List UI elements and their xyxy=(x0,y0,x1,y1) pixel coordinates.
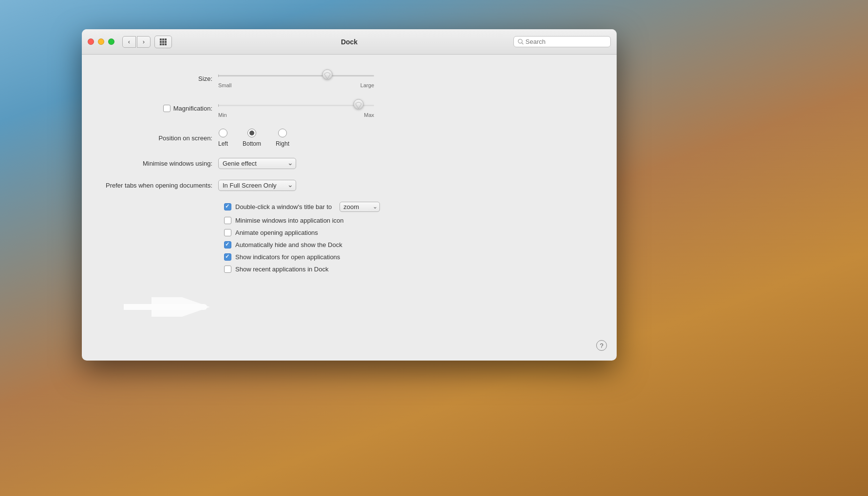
traffic-lights xyxy=(88,38,114,45)
svg-rect-5 xyxy=(165,41,167,43)
window-title: Dock xyxy=(341,38,358,46)
size-small-label: Small xyxy=(218,82,232,88)
magnification-setting-row: Magnification: xyxy=(101,99,597,118)
grid-button[interactable] xyxy=(154,36,172,48)
minimise-icon-label: Minimise windows into application icon xyxy=(235,217,344,224)
svg-rect-1 xyxy=(162,38,164,40)
double-click-action-wrapper: zoom minimise xyxy=(340,202,380,212)
prefer-tabs-select[interactable]: In Full Screen Only Always Never xyxy=(218,180,296,191)
svg-rect-0 xyxy=(160,38,162,40)
magnification-slider-container: Min Max xyxy=(218,99,374,118)
minimise-select[interactable]: Genie effect Scale effect xyxy=(218,158,296,169)
svg-rect-7 xyxy=(162,43,164,45)
prefer-tabs-label: Prefer tabs when opening documents: xyxy=(101,182,218,189)
position-left-label: Left xyxy=(218,140,228,147)
grid-icon xyxy=(159,38,167,46)
minimise-icon-item: Minimise windows into application icon xyxy=(224,217,597,224)
magnification-min-label: Min xyxy=(218,112,227,118)
autohide-label: Automatically hide and show the Dock xyxy=(235,241,342,248)
size-label: Size: xyxy=(101,75,218,82)
svg-rect-2 xyxy=(165,38,167,40)
size-setting-row: Size: Small xyxy=(101,69,597,88)
position-right-radio[interactable] xyxy=(278,129,287,137)
double-click-action-select[interactable]: zoom minimise xyxy=(340,202,380,212)
minimise-label: Minimise windows using: xyxy=(101,160,218,167)
search-input[interactable] xyxy=(526,38,606,45)
position-left-option: Left xyxy=(218,129,228,147)
recent-apps-label: Show recent applications in Dock xyxy=(235,266,329,273)
magnification-slider-labels: Min Max xyxy=(218,112,374,118)
prefer-tabs-setting-row: Prefer tabs when opening documents: In F… xyxy=(101,180,597,191)
position-right-option: Right xyxy=(276,129,289,147)
indicators-checkbox[interactable] xyxy=(224,253,231,261)
double-click-checkbox[interactable] xyxy=(224,203,231,210)
forward-button[interactable]: › xyxy=(137,36,151,48)
animate-item: Animate opening applications xyxy=(224,229,597,236)
size-slider-labels: Small Large xyxy=(218,82,374,88)
size-slider-container: Small Large xyxy=(218,69,374,88)
size-slider-track[interactable] xyxy=(218,75,374,76)
content-area: Size: Small xyxy=(82,55,617,361)
svg-rect-8 xyxy=(165,43,167,45)
position-bottom-radio[interactable] xyxy=(247,129,256,137)
magnification-slider-track[interactable] xyxy=(218,105,374,106)
indicators-label: Show indicators for open applications xyxy=(235,253,340,261)
recent-apps-item: Show recent applications in Dock xyxy=(224,266,597,273)
svg-rect-6 xyxy=(160,43,162,45)
maximize-button[interactable] xyxy=(108,38,114,45)
svg-rect-3 xyxy=(160,41,162,43)
double-click-label: Double-click a window's title bar to xyxy=(235,203,332,210)
animate-checkbox[interactable] xyxy=(224,229,231,236)
position-bottom-option: Bottom xyxy=(243,129,261,147)
svg-line-10 xyxy=(522,43,523,44)
back-button[interactable]: ‹ xyxy=(122,36,136,48)
search-icon xyxy=(518,38,524,45)
nav-buttons: ‹ › xyxy=(122,36,151,48)
svg-rect-4 xyxy=(162,41,164,43)
position-radio-group: Left Bottom Right xyxy=(218,129,289,147)
minimize-button[interactable] xyxy=(98,38,104,45)
position-label: Position on screen: xyxy=(101,134,218,142)
double-click-item: Double-click a window's title bar to zoo… xyxy=(224,202,597,212)
minimise-setting-row: Minimise windows using: Genie effect Sca… xyxy=(101,158,597,169)
magnification-checkbox[interactable] xyxy=(163,105,170,112)
prefer-tabs-select-wrapper: In Full Screen Only Always Never xyxy=(218,180,296,191)
autohide-item: Automatically hide and show the Dock xyxy=(224,241,597,248)
system-preferences-window: ‹ › Dock xyxy=(82,29,617,361)
autohide-checkbox[interactable] xyxy=(224,241,231,248)
recent-apps-checkbox[interactable] xyxy=(224,266,231,273)
magnification-max-label: Max xyxy=(364,112,374,118)
titlebar: ‹ › Dock xyxy=(82,29,617,55)
close-button[interactable] xyxy=(88,38,94,45)
minimise-select-wrapper: Genie effect Scale effect xyxy=(218,158,296,169)
indicators-item: Show indicators for open applications xyxy=(224,253,597,261)
search-box xyxy=(513,36,611,47)
size-slider-thumb[interactable] xyxy=(322,69,333,83)
minimise-icon-checkbox[interactable] xyxy=(224,217,231,224)
position-left-radio[interactable] xyxy=(219,129,227,137)
arrow-annotation xyxy=(124,297,211,317)
position-setting-row: Position on screen: Left Bottom Right xyxy=(101,129,597,147)
help-button[interactable]: ? xyxy=(596,340,607,351)
position-right-label: Right xyxy=(276,140,289,147)
arrow-icon xyxy=(124,297,211,317)
animate-label: Animate opening applications xyxy=(235,229,318,236)
position-bottom-label: Bottom xyxy=(243,140,261,147)
magnification-label: Magnification: xyxy=(101,105,218,112)
checkboxes-section: Double-click a window's title bar to zoo… xyxy=(224,202,597,273)
size-large-label: Large xyxy=(360,82,374,88)
magnification-slider-thumb[interactable] xyxy=(353,99,364,113)
